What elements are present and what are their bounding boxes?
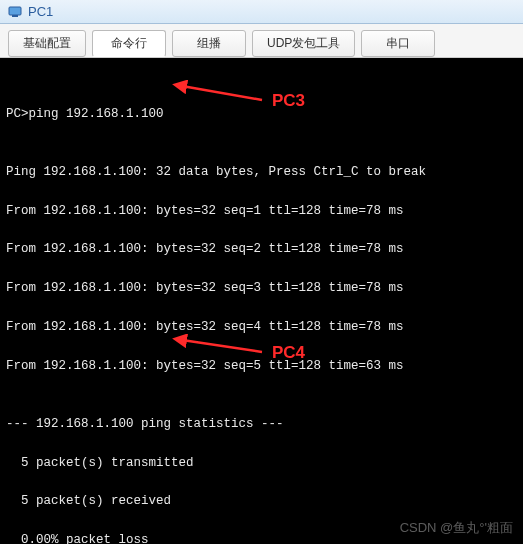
window-title: PC1 <box>28 4 53 19</box>
terminal-line: From 192.168.1.100: bytes=32 seq=1 ttl=1… <box>6 202 517 221</box>
tab-basic-config[interactable]: 基础配置 <box>8 30 86 57</box>
tab-label: 基础配置 <box>23 36 71 50</box>
tab-multicast[interactable]: 组播 <box>172 30 246 57</box>
terminal-line: From 192.168.1.100: bytes=32 seq=3 ttl=1… <box>6 279 517 298</box>
tab-label: 命令行 <box>111 36 147 50</box>
app-icon <box>8 5 22 19</box>
svg-rect-0 <box>9 7 21 15</box>
terminal-line: 0.00% packet loss <box>6 531 517 544</box>
title-bar: PC1 <box>0 0 523 24</box>
terminal-line: From 192.168.1.100: bytes=32 seq=5 ttl=1… <box>6 357 517 376</box>
tab-udp-sender[interactable]: UDP发包工具 <box>252 30 355 57</box>
terminal-line: --- 192.168.1.100 ping statistics --- <box>6 415 517 434</box>
terminal-line: 5 packet(s) transmitted <box>6 454 517 473</box>
terminal-line: Ping 192.168.1.100: 32 data bytes, Press… <box>6 163 517 182</box>
terminal-output[interactable]: PC>ping 192.168.1.100 Ping 192.168.1.100… <box>0 58 523 544</box>
terminal-line: PC>ping 192.168.1.100 <box>6 105 517 124</box>
svg-rect-1 <box>12 15 18 17</box>
tab-label: UDP发包工具 <box>267 36 340 50</box>
svg-line-3 <box>182 340 262 352</box>
terminal-line: From 192.168.1.100: bytes=32 seq=2 ttl=1… <box>6 240 517 259</box>
tab-command-line[interactable]: 命令行 <box>92 30 166 57</box>
terminal-line: From 192.168.1.100: bytes=32 seq=4 ttl=1… <box>6 318 517 337</box>
tab-label: 组播 <box>197 36 221 50</box>
tab-label: 串口 <box>386 36 410 50</box>
tab-bar: 基础配置 命令行 组播 UDP发包工具 串口 <box>0 24 523 58</box>
svg-line-2 <box>182 86 262 100</box>
terminal-line: 5 packet(s) received <box>6 492 517 511</box>
tab-serial[interactable]: 串口 <box>361 30 435 57</box>
